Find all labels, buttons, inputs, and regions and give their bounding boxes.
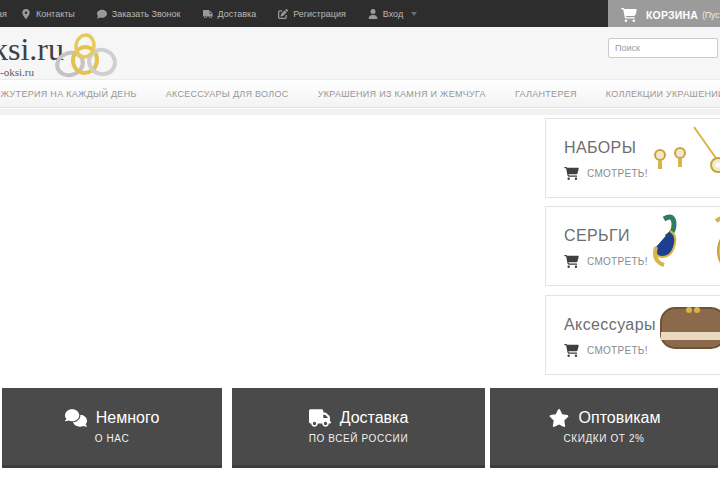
cart-icon [621,8,637,22]
topbar-item-registration[interactable]: Регистрация [278,9,346,19]
card-view-link[interactable]: СМОТРЕТЬ! [564,344,648,357]
cart-icon [564,167,579,180]
location-pin-icon [21,9,31,19]
topbar-item-request-call[interactable]: Заказать Звонок [97,9,181,19]
truck-icon [309,409,331,427]
feature-title: Немного [96,409,160,427]
feature-subtitle: СКИДКИ ОТ 2% [563,433,644,444]
feature-delivery[interactable]: Доставка ПО ВСЕЙ РОССИИ [232,388,485,468]
nav-item-hair-accessories[interactable]: АКСЕССУАРЫ ДЛЯ ВОЛОС [166,89,289,99]
feature-subtitle: ПО ВСЕЙ РОССИИ [309,433,408,444]
truck-icon [203,9,213,19]
card-cta-label: СМОТРЕТЬ! [587,345,648,356]
clutch-bag-image [641,302,720,370]
jewelry-set-image [646,125,720,193]
main-nav: ИЖУТЕРИЯ НА КАЖДЫЙ ДЕНЬ АКСЕССУАРЫ ДЛЯ В… [0,80,720,108]
nav-item-stone-pearl[interactable]: УКРАШЕНИЯ ИЗ КАМНЯ И ЖЕМЧУГА [318,89,486,99]
feature-wholesale[interactable]: Оптовикам СКИДКИ ОТ 2% [490,388,718,468]
card-title[interactable]: НАБОРЫ [564,139,636,157]
feature-title: Доставка [340,409,409,427]
topbar-item-label: ая [0,9,7,19]
card-cta-label: СМОТРЕТЬ! [587,256,648,267]
topbar-item-delivery[interactable]: Доставка [203,9,257,19]
topbar-item-login[interactable]: Вход [368,9,417,19]
sidebar-card-earrings: СЕРЬГИ СМОТРЕТЬ! [545,206,720,286]
card-cta-label: СМОТРЕТЬ! [587,168,648,179]
user-icon [368,9,378,19]
nav-item-collections[interactable]: КОЛЛЕКЦИИ УКРАШЕНИЙ [606,89,720,99]
feature-subtitle: О НАС [95,433,129,444]
cart-label: КОРЗИНА [646,9,698,21]
cart-status: (Пусто) [702,10,720,20]
cart-icon [564,255,579,268]
gold-earrings-image [646,213,720,281]
card-title[interactable]: СЕРЬГИ [564,227,630,245]
cart-icon [564,344,579,357]
topbar-item-label: Доставка [218,9,257,19]
topbar-item-contacts[interactable]: Контакты [21,9,75,19]
wedding-rings-image [52,32,122,82]
chat-bubble-icon [97,9,107,19]
topbar-item-label: Заказать Звонок [112,9,181,19]
nav-item-galantereya[interactable]: ГАЛАНТЕРЕЯ [515,89,577,99]
star-icon [548,409,570,427]
nav-divider-strip [0,109,720,115]
cart-button[interactable]: КОРЗИНА (Пусто) [608,0,720,30]
topbar-item-label: Вход [383,9,403,19]
search-input[interactable] [608,38,718,58]
topbar-item-home-cut[interactable]: ая [0,9,7,19]
sidebar-card-sets: НАБОРЫ СМОТРЕТЬ! [545,118,720,198]
nav-item-bizhuteriya[interactable]: ИЖУТЕРИЯ НА КАЖДЫЙ ДЕНЬ [0,89,137,99]
comments-icon [65,409,87,427]
feature-title: Оптовикам [579,409,661,427]
chevron-down-icon [411,12,417,16]
sidebar-card-accessories: Аксессуары СМОТРЕТЬ! [545,295,720,375]
card-view-link[interactable]: СМОТРЕТЬ! [564,167,648,180]
card-view-link[interactable]: СМОТРЕТЬ! [564,255,648,268]
topbar-item-label: Контакты [36,9,75,19]
edit-pen-icon [278,9,288,19]
feature-about[interactable]: Немного О НАС [2,388,222,468]
header: ksi.ru -oksi.ru [0,27,720,80]
topbar-item-label: Регистрация [293,9,346,19]
